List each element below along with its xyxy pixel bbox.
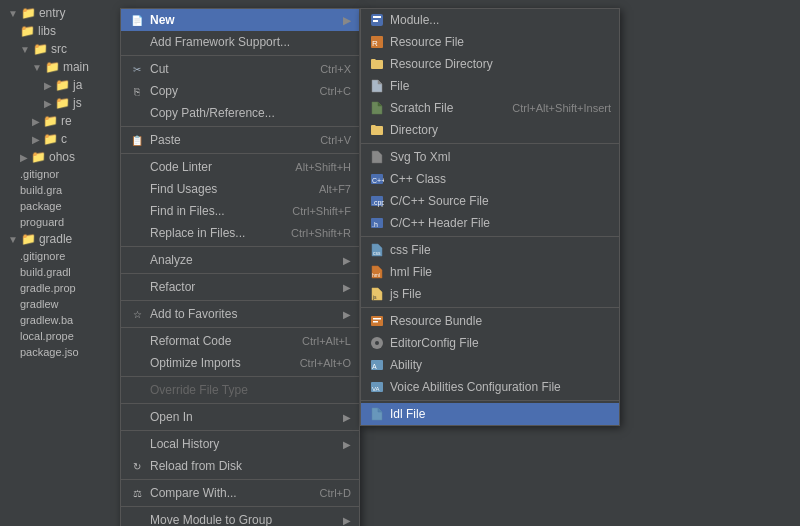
menu-item-paste[interactable]: 📋 Paste Ctrl+V xyxy=(121,129,359,151)
menu-item-move-module[interactable]: Move Module to Group ▶ xyxy=(121,509,359,526)
tree-item[interactable]: .gitignor xyxy=(0,166,120,182)
submenu-item-js-file[interactable]: js js File xyxy=(361,283,619,305)
submenu-new: Module... R Resource File Resource Direc… xyxy=(360,8,620,426)
menu-item-refactor[interactable]: Refactor ▶ xyxy=(121,276,359,298)
separator xyxy=(121,506,359,507)
submenu-item-voice-abilities[interactable]: VA Voice Abilities Configuration File xyxy=(361,376,619,398)
tree-item[interactable]: ▼ 📁 entry xyxy=(0,4,120,22)
hml-icon: hml xyxy=(369,264,385,280)
submenu-item-cpp-header[interactable]: .h C/C++ Header File xyxy=(361,212,619,234)
tree-item[interactable]: local.prope xyxy=(0,328,120,344)
tree-item[interactable]: ▼ 📁 src xyxy=(0,40,120,58)
framework-icon xyxy=(129,34,145,50)
tree-item[interactable]: package.jso xyxy=(0,344,120,360)
separator xyxy=(121,376,359,377)
menu-item-find-in-files[interactable]: Find in Files... Ctrl+Shift+F xyxy=(121,200,359,222)
new-icon: 📄 xyxy=(129,12,145,28)
menu-item-cut[interactable]: ✂ Cut Ctrl+X xyxy=(121,58,359,80)
submenu-item-css-file[interactable]: css css File xyxy=(361,239,619,261)
menu-item-code-linter[interactable]: Code Linter Alt+Shift+H xyxy=(121,156,359,178)
menu-item-copy[interactable]: ⎘ Copy Ctrl+C xyxy=(121,80,359,102)
svg-text:css: css xyxy=(373,250,381,256)
submenu-item-file[interactable]: File xyxy=(361,75,619,97)
tree-item[interactable]: gradlew.ba xyxy=(0,312,120,328)
submenu-item-svg-to-xml[interactable]: Svg To Xml xyxy=(361,146,619,168)
cpp-class-icon: C++ xyxy=(369,171,385,187)
tree-item[interactable]: ▶ 📁 c xyxy=(0,130,120,148)
separator xyxy=(121,300,359,301)
tree-item[interactable]: ▶ 📁 ohos xyxy=(0,148,120,166)
tree-item[interactable]: gradlew xyxy=(0,296,120,312)
tree-item[interactable]: build.gradl xyxy=(0,264,120,280)
open-in-arrow-icon: ▶ xyxy=(343,412,351,423)
separator xyxy=(121,126,359,127)
copy-icon: ⎘ xyxy=(129,83,145,99)
tree-item[interactable]: build.gra xyxy=(0,182,120,198)
submenu-item-idl-file[interactable]: Idl File xyxy=(361,403,619,425)
bundle-icon xyxy=(369,313,385,329)
css-icon: css xyxy=(369,242,385,258)
separator xyxy=(121,403,359,404)
resource-dir-icon xyxy=(369,56,385,72)
override-icon xyxy=(129,382,145,398)
tree-item[interactable]: ▶ 📁 re xyxy=(0,112,120,130)
menu-item-reformat[interactable]: Reformat Code Ctrl+Alt+L xyxy=(121,330,359,352)
submenu-item-hml-file[interactable]: hml hml File xyxy=(361,261,619,283)
move-icon xyxy=(129,512,145,526)
tree-item[interactable]: ▼ 📁 main xyxy=(0,58,120,76)
submenu-item-resource-bundle[interactable]: Resource Bundle xyxy=(361,310,619,332)
submenu-item-cpp-source[interactable]: .cpp C/C++ Source File xyxy=(361,190,619,212)
submenu-item-directory[interactable]: Directory xyxy=(361,119,619,141)
submenu-item-scratch-file[interactable]: Scratch File Ctrl+Alt+Shift+Insert xyxy=(361,97,619,119)
menu-item-reload[interactable]: ↻ Reload from Disk xyxy=(121,455,359,477)
menu-item-compare[interactable]: ⚖ Compare With... Ctrl+D xyxy=(121,482,359,504)
submenu-item-resource-dir[interactable]: Resource Directory xyxy=(361,53,619,75)
menu-item-open-in[interactable]: Open In ▶ xyxy=(121,406,359,428)
submenu-item-resource-file[interactable]: R Resource File xyxy=(361,31,619,53)
svg-text:C++: C++ xyxy=(372,177,384,184)
idl-icon xyxy=(369,406,385,422)
menu-item-local-history[interactable]: Local History ▶ xyxy=(121,433,359,455)
tree-item[interactable]: ▶ 📁 ja xyxy=(0,76,120,94)
separator xyxy=(121,430,359,431)
favorites-arrow-icon: ▶ xyxy=(343,309,351,320)
history-arrow-icon: ▶ xyxy=(343,439,351,450)
svg-rect-15 xyxy=(373,318,381,320)
tree-item[interactable]: package xyxy=(0,198,120,214)
tree-item[interactable]: gradle.prop xyxy=(0,280,120,296)
svg-rect-2 xyxy=(373,20,378,22)
favorites-icon: ☆ xyxy=(129,306,145,322)
menu-item-add-favorites[interactable]: ☆ Add to Favorites ▶ xyxy=(121,303,359,325)
separator xyxy=(121,327,359,328)
refactor-arrow-icon: ▶ xyxy=(343,282,351,293)
history-icon xyxy=(129,436,145,452)
svg-text:hml: hml xyxy=(372,272,380,278)
menu-item-replace-in-files[interactable]: Replace in Files... Ctrl+Shift+R xyxy=(121,222,359,244)
tree-item[interactable]: ▶ 📁 js xyxy=(0,94,120,112)
separator xyxy=(361,143,619,144)
linter-icon xyxy=(129,159,145,175)
menu-item-optimize-imports[interactable]: Optimize Imports Ctrl+Alt+O xyxy=(121,352,359,374)
separator xyxy=(361,236,619,237)
submenu-item-cpp-class[interactable]: C++ C++ Class xyxy=(361,168,619,190)
svg-rect-1 xyxy=(373,16,381,18)
analyze-arrow-icon: ▶ xyxy=(343,255,351,266)
menu-item-analyze[interactable]: Analyze ▶ xyxy=(121,249,359,271)
tree-item[interactable]: proguard xyxy=(0,214,120,230)
submenu-item-editorconfig[interactable]: EditorConfig File xyxy=(361,332,619,354)
tree-item[interactable]: ▼ 📁 gradle xyxy=(0,230,120,248)
svg-text:A: A xyxy=(372,363,377,370)
tree-item[interactable]: 📁 libs xyxy=(0,22,120,40)
submenu-item-module[interactable]: Module... xyxy=(361,9,619,31)
menu-item-find-usages[interactable]: Find Usages Alt+F7 xyxy=(121,178,359,200)
context-menu: 📄 New ▶ Add Framework Support... ✂ Cut C… xyxy=(120,8,360,526)
cpp-source-icon: .cpp xyxy=(369,193,385,209)
submenu-item-ability[interactable]: A Ability xyxy=(361,354,619,376)
optimize-icon xyxy=(129,355,145,371)
menu-item-new[interactable]: 📄 New ▶ xyxy=(121,9,359,31)
tree-item[interactable]: .gitignore xyxy=(0,248,120,264)
menu-item-add-framework[interactable]: Add Framework Support... xyxy=(121,31,359,53)
separator xyxy=(121,479,359,480)
file-icon xyxy=(369,78,385,94)
menu-item-copy-path[interactable]: Copy Path/Reference... xyxy=(121,102,359,124)
